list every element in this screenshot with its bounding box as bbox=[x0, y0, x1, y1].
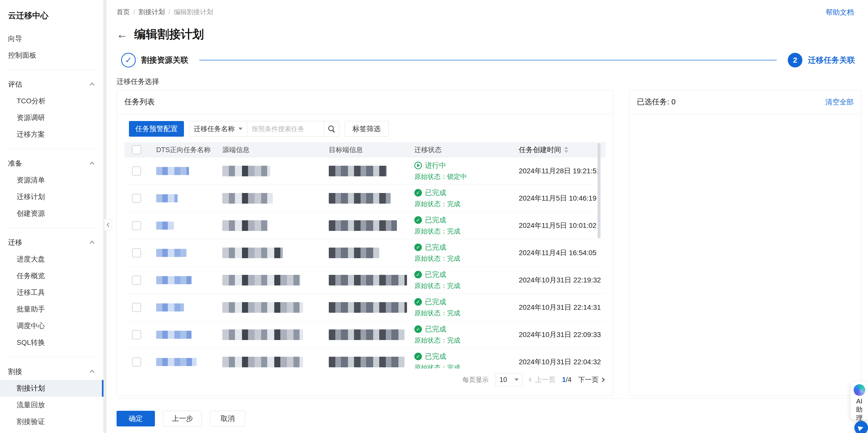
sidebar-item-tco-analysis[interactable]: TCO分析 bbox=[0, 93, 103, 109]
step1-check-icon: ✓ bbox=[121, 53, 136, 67]
row-checkbox[interactable] bbox=[132, 330, 141, 339]
sidebar-item-migration-tools[interactable]: 迁移工具 bbox=[0, 284, 103, 301]
status-icon bbox=[414, 353, 422, 360]
sidebar-group-prepare[interactable]: 准备 bbox=[0, 155, 103, 172]
migration-status-cell: 已完成 原始状态：完成 bbox=[407, 215, 511, 236]
total-pages: /4 bbox=[566, 376, 571, 383]
sidebar-scrollbar[interactable] bbox=[103, 0, 106, 433]
row-checkbox[interactable] bbox=[132, 276, 141, 285]
created-time: 2024年11月5日 10:01:02 bbox=[511, 221, 604, 230]
created-time: 2024年10月31日 22:19:32 bbox=[511, 276, 604, 285]
redacted-task-name bbox=[156, 249, 186, 257]
sidebar-item-wizard[interactable]: 向导 bbox=[0, 30, 103, 47]
original-status-text: 原始状态：完成 bbox=[414, 363, 511, 369]
sidebar-group-label: 评估 bbox=[8, 80, 22, 89]
redacted-source-info bbox=[222, 166, 270, 176]
status-text: 已完成 bbox=[425, 242, 446, 252]
ai-assistant-widget[interactable]: AI 助 理 bbox=[850, 381, 868, 420]
previous-step-button[interactable]: 上一步 bbox=[163, 411, 202, 427]
sidebar-item-migration-scheme[interactable]: 迁移方案 bbox=[0, 126, 103, 143]
sidebar-item-sql-convert[interactable]: SQL转换 bbox=[0, 334, 103, 351]
ai-chat-bubble[interactable] bbox=[855, 421, 868, 433]
sidebar-group-evaluate[interactable]: 评估 bbox=[0, 76, 103, 93]
sidebar-item-cutover-plan[interactable]: 割接计划 bbox=[0, 380, 103, 397]
sidebar-collapse-handle[interactable] bbox=[104, 219, 112, 231]
sidebar-item-resource-research[interactable]: 资源调研 bbox=[0, 109, 103, 126]
cancel-button[interactable]: 取消 bbox=[210, 411, 245, 427]
task-list-header: 任务列表 bbox=[117, 90, 613, 114]
status-text: 已完成 bbox=[425, 324, 446, 334]
status-text: 已完成 bbox=[425, 270, 446, 280]
row-checkbox[interactable] bbox=[132, 303, 141, 312]
search-input[interactable] bbox=[247, 121, 324, 137]
sidebar-item-migration-plan[interactable]: 迁移计划 bbox=[0, 189, 103, 205]
col-source-info: 源端信息 bbox=[215, 145, 321, 154]
row-checkbox[interactable] bbox=[132, 248, 141, 257]
clear-all-link[interactable]: 清空全部 bbox=[825, 97, 854, 107]
sidebar-item-scheduling-center[interactable]: 调度中心 bbox=[0, 318, 103, 334]
search-button[interactable] bbox=[324, 121, 339, 137]
col-created-time: 任务创建时间 bbox=[511, 145, 604, 154]
selected-tasks-header: 已选任务: 0 清空全部 bbox=[629, 90, 861, 114]
step1-label: 割接资源关联 bbox=[141, 55, 188, 65]
sidebar-group-cutover[interactable]: 割接 bbox=[0, 363, 103, 380]
row-checkbox[interactable] bbox=[132, 357, 141, 367]
sidebar-item-progress-dashboard[interactable]: 进度大盘 bbox=[0, 251, 103, 267]
ai-assistant-icon bbox=[854, 384, 865, 396]
breadcrumb-separator: / bbox=[168, 8, 170, 16]
sidebar-item-control-panel[interactable]: 控制面板 bbox=[0, 47, 103, 64]
sidebar-item-resource-inventory[interactable]: 资源清单 bbox=[0, 172, 103, 189]
page-size-select[interactable]: 10 bbox=[495, 373, 523, 386]
table-row: 已完成 原始状态：完成 2024年11月5日 10:01:02 bbox=[124, 212, 606, 239]
redacted-source-info bbox=[222, 220, 268, 231]
created-time: 2024年10月31日 22:04:32 bbox=[511, 357, 604, 367]
select-all-checkbox[interactable] bbox=[132, 145, 141, 154]
selected-tasks-panel: 已选任务: 0 清空全部 bbox=[629, 90, 862, 396]
sidebar-item-cutover-verify[interactable]: 割接验证 bbox=[0, 413, 103, 430]
sidebar-item-create-resource[interactable]: 创建资源 bbox=[0, 205, 103, 222]
prev-page-button[interactable]: 上一页 bbox=[529, 375, 555, 384]
status-icon bbox=[414, 162, 422, 169]
redacted-source-info bbox=[222, 302, 303, 313]
next-page-button[interactable]: 下一页 bbox=[578, 375, 604, 384]
row-checkbox[interactable] bbox=[132, 221, 141, 230]
row-checkbox[interactable] bbox=[132, 194, 141, 203]
help-doc-link[interactable]: 帮助文档 bbox=[826, 7, 854, 17]
sort-icon[interactable] bbox=[564, 146, 568, 153]
migration-status-cell: 已完成 原始状态：完成 bbox=[407, 270, 511, 290]
section-label: 迁移任务选择 bbox=[117, 77, 159, 86]
sidebar-divider bbox=[8, 149, 95, 149]
breadcrumb-home[interactable]: 首页 bbox=[117, 7, 130, 17]
task-alert-config-button[interactable]: 任务预警配置 bbox=[129, 121, 184, 137]
original-status-text: 原始状态：锁定中 bbox=[414, 172, 511, 181]
breadcrumb-separator: / bbox=[133, 8, 135, 16]
status-icon bbox=[414, 298, 422, 306]
col-migration-status: 迁移状态 bbox=[407, 145, 511, 154]
breadcrumb-cutover-plan[interactable]: 割接计划 bbox=[138, 7, 165, 17]
status-text: 已完成 bbox=[425, 188, 446, 198]
task-name-filter-value: 迁移任务名称 bbox=[194, 124, 235, 134]
tag-filter-button[interactable]: 标签筛选 bbox=[345, 121, 389, 137]
task-name-filter-select[interactable]: 迁移任务名称 bbox=[189, 121, 247, 137]
main-content: 首页 / 割接计划 / 编辑割接计划 帮助文档 ← 编辑割接计划 ✓ 割接资源关… bbox=[106, 0, 868, 433]
redacted-target-info bbox=[329, 329, 404, 340]
task-list-panel: 任务列表 任务预警配置 迁移任务名称 标签筛选 DT bbox=[117, 90, 613, 396]
table-row: 已完成 原始状态：完成 2024年11月5日 10:46:19 bbox=[124, 185, 606, 212]
chevron-down-icon bbox=[239, 127, 243, 130]
sidebar-item-traffic-replay[interactable]: 流量回放 bbox=[0, 397, 103, 413]
sidebar-item-batch-assistant[interactable]: 批量助手 bbox=[0, 301, 103, 318]
sidebar-group-label: 迁移 bbox=[8, 238, 22, 247]
sidebar-divider bbox=[8, 70, 95, 70]
redacted-source-info bbox=[222, 193, 273, 204]
confirm-button[interactable]: 确定 bbox=[117, 411, 155, 427]
sidebar-item-task-overview[interactable]: 任务概览 bbox=[0, 267, 103, 284]
breadcrumb-current: 编辑割接计划 bbox=[174, 7, 213, 17]
sidebar-group-migrate[interactable]: 迁移 bbox=[0, 234, 103, 251]
back-arrow-icon[interactable]: ← bbox=[117, 29, 128, 40]
status-icon bbox=[414, 271, 422, 279]
breadcrumb: 首页 / 割接计划 / 编辑割接计划 bbox=[117, 7, 213, 17]
table-scrollbar-thumb[interactable] bbox=[597, 143, 600, 238]
original-status-text: 原始状态：完成 bbox=[414, 200, 511, 208]
row-checkbox[interactable] bbox=[132, 167, 141, 176]
created-time: 2024年10月31日 22:14:31 bbox=[511, 302, 604, 312]
